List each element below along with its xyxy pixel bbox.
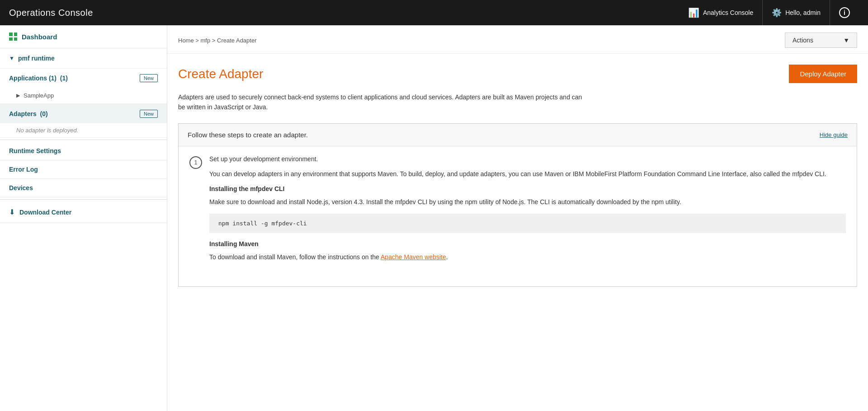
step-1-para3-after: . [446,253,448,261]
actions-dropdown[interactable]: Actions ▼ [785,33,857,48]
admin-label: Hello, admin [785,9,821,16]
sidebar: Dashboard ▼ pmf runtime Applications (1)… [0,25,167,411]
analytics-icon: 📊 [688,7,699,18]
step-1-subheading2: Installing Maven [209,240,846,248]
content-header: Home > mfp > Create Adapter Actions ▼ [167,25,868,54]
step-1: 1 Set up your development environment. Y… [189,155,846,268]
info-button[interactable]: i [830,0,859,25]
applications-section: Applications (1) (1) New ▶ SampleApp [0,69,167,104]
guide-body: 1 Set up your development environment. Y… [179,146,857,286]
expand-icon: ▶ [16,93,20,98]
adapters-new-badge: New [140,110,158,118]
dashboard-label: Dashboard [22,33,57,41]
page-title: Create Adapter [178,67,263,81]
sampleapp-label: SampleApp [24,92,54,99]
applications-count: (1) [49,75,57,82]
adapters-count: (0) [38,110,48,117]
guide-title: Follow these steps to create an adapter. [188,131,308,139]
step-1-para2: Make sure to download and install Node.j… [209,197,846,207]
runtime-settings-label: Runtime Settings [9,147,61,154]
page-title-row: Create Adapter Deploy Adapter [178,65,857,83]
applications-new-badge: New [140,74,158,82]
adapters-section: Adapters (0) New No adapter is deployed. [0,104,167,138]
adapters-label: Adapters [9,110,37,117]
analytics-console-link[interactable]: 📊 Analytics Console [679,0,763,25]
download-icon: ⬇ [9,208,15,216]
sidebar-divider-1 [0,140,167,140]
dashboard-icon [9,33,17,41]
devices-label: Devices [9,184,33,191]
npm-command: npm install -g mfpdev-cli [218,220,307,227]
admin-menu[interactable]: ⚙️ Hello, admin [763,0,830,25]
sidebar-item-adapters[interactable]: Adapters (0) New [0,104,167,123]
step-1-number: 1 [189,156,202,169]
sidebar-item-runtime-settings[interactable]: Runtime Settings [0,142,167,160]
runtime-label: pmf runtime [18,55,55,62]
gear-icon: ⚙️ [772,8,782,18]
applications-label: Applications [9,75,47,82]
step-1-para3-before: To download and install Maven, follow th… [209,253,381,261]
step-1-content: Set up your development environment. You… [209,155,846,268]
sidebar-item-devices[interactable]: Devices [0,179,167,197]
main-layout: Dashboard ▼ pmf runtime Applications (1)… [0,25,868,411]
guide-box: Follow these steps to create an adapter.… [178,123,857,287]
sidebar-item-sampleapp[interactable]: ▶ SampleApp [0,88,167,104]
analytics-label: Analytics Console [703,9,753,16]
code-block-npm: npm install -g mfpdev-cli [209,214,846,233]
breadcrumb-current: Create Adapter [217,37,256,44]
step-1-subheading1: Installing the mfpdev CLI [209,185,846,192]
deploy-adapter-button[interactable]: Deploy Adapter [789,65,857,83]
guide-header: Follow these steps to create an adapter.… [179,124,857,146]
no-adapter-message: No adapter is deployed. [0,123,167,137]
page-description: Adapters are used to securely connect ba… [178,92,585,112]
download-center-label: Download Center [19,209,71,216]
error-log-label: Error Log [9,166,38,173]
hide-guide-link[interactable]: Hide guide [820,131,848,138]
breadcrumb-mfp[interactable]: mfp [201,37,211,44]
sidebar-divider-2 [0,199,167,200]
chevron-down-icon: ▼ [9,55,14,61]
sidebar-item-download-center[interactable]: ⬇ Download Center [0,201,167,223]
step-1-para3: To download and install Maven, follow th… [209,252,846,262]
apache-maven-link[interactable]: Apache Maven website [381,253,446,261]
applications-count-text: (1) [58,75,68,82]
info-icon: i [839,7,850,18]
breadcrumb-sep2: > [212,37,217,44]
header-actions: 📊 Analytics Console ⚙️ Hello, admin i [679,0,859,25]
header: Operations Console 📊 Analytics Console ⚙… [0,0,868,25]
step-1-heading: Set up your development environment. [209,155,846,163]
content-area: Home > mfp > Create Adapter Actions ▼ Cr… [167,25,868,411]
sidebar-item-applications[interactable]: Applications (1) (1) New [0,69,167,88]
sidebar-runtime[interactable]: ▼ pmf runtime [0,48,167,69]
content-body: Create Adapter Deploy Adapter Adapters a… [167,54,868,298]
step-1-para1: You can develop adapters in any environm… [209,169,846,179]
app-title: Operations Console [9,8,93,18]
breadcrumb-home[interactable]: Home [178,37,194,44]
sidebar-item-error-log[interactable]: Error Log [0,160,167,179]
sidebar-item-dashboard[interactable]: Dashboard [0,25,167,48]
breadcrumb-sep1: > [195,37,200,44]
actions-chevron-icon: ▼ [843,37,849,44]
breadcrumb: Home > mfp > Create Adapter [178,37,257,44]
actions-label: Actions [793,37,813,44]
